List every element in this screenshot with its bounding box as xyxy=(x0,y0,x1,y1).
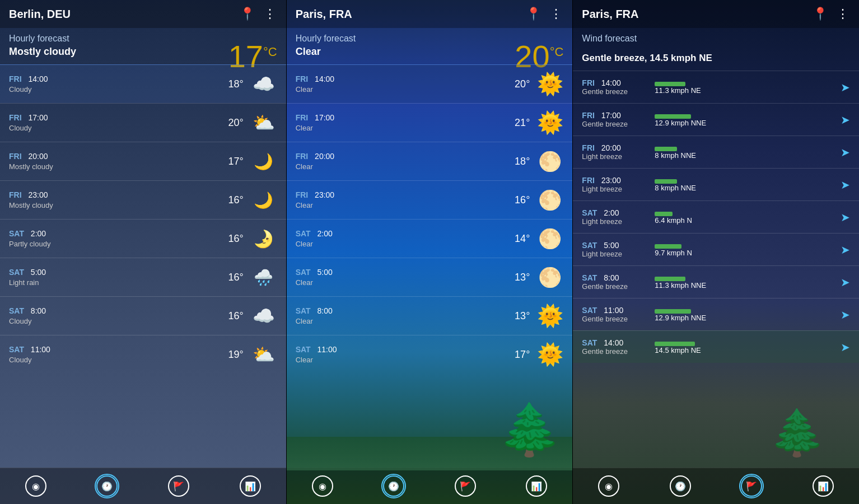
p3-nav-current[interactable]: ◉ xyxy=(596,474,621,498)
moon-icon-4: 🌕 xyxy=(536,225,563,252)
paris-bottom-nav: ◉ 🕐 🚩 📊 xyxy=(287,468,573,504)
cloud-icon-6: ☁️ xyxy=(250,302,277,329)
berlin-city: Berlin, DEU xyxy=(9,8,71,21)
wind-row-7: SAT 11:00 Gentle breeze 12.9 kmph NNE ➤ xyxy=(573,298,859,330)
p3-nav-wind[interactable]: 🚩 xyxy=(739,474,764,498)
paris-wind-forecast-type: Wind forecast xyxy=(582,34,850,44)
wind-row-6: SAT 8:00 Gentle breeze 11.3 kmph NNE ➤ xyxy=(573,265,859,298)
paris-hourly-panel: 🌲 Paris, FRA 📍 ⋮ Hourly forecast Clear 2… xyxy=(287,0,573,504)
moon-icon-3: 🌕 xyxy=(536,186,563,213)
sun-icon-7: 🌞 xyxy=(536,341,563,368)
paris-wind-condition: Gentle breeze, 14.5 kmph NE xyxy=(573,48,859,66)
bg-tree: 🌲 xyxy=(498,400,561,459)
paris-row-0: FRI 14:00 Clear 20° 🌞 xyxy=(287,64,573,103)
wind-arrow-0: ➤ xyxy=(841,81,850,94)
wind-bar-2 xyxy=(655,147,677,151)
wind-row-4: SAT 2:00 Light breeze 6.4 kmph N ➤ xyxy=(573,200,859,233)
berlin-row-7: SAT 11:00 Cloudy 19° ⛅ xyxy=(0,335,286,374)
moon-cloud-icon-2: 🌙 xyxy=(250,148,277,175)
nav-wind[interactable]: 🚩 xyxy=(166,474,191,498)
p2-nav-current[interactable]: ◉ xyxy=(310,474,335,498)
wind-row-3: FRI 23:00 Light breeze 8 kmph NNE ➤ xyxy=(573,168,859,200)
wind-bar-3 xyxy=(655,179,677,184)
location-icon[interactable]: 📍 xyxy=(240,7,255,21)
berlin-forecast-rows: FRI 14:00 Cloudy 18° ☁️ FRI 17:00 Cloudy… xyxy=(0,64,286,468)
berlin-header: Berlin, DEU 📍 ⋮ xyxy=(0,0,286,28)
paris-wind-panel: 🌲 Paris, FRA 📍 ⋮ Wind forecast Gentle br… xyxy=(573,0,859,504)
wind-row-0: FRI 14:00 Gentle breeze 11.3 kmph NE ➤ xyxy=(573,71,859,103)
wind-bar-5 xyxy=(655,244,681,249)
nav-stats[interactable]: 📊 xyxy=(238,474,263,498)
berlin-row-4: SAT 2:00 Partly cloudy 16° 🌛 xyxy=(0,219,286,258)
berlin-header-icons: 📍 ⋮ xyxy=(240,7,277,21)
moon-icon-2: 🌕 xyxy=(536,148,563,175)
wind-row-8: SAT 14:00 Gentle breeze 14.5 kmph NE ➤ xyxy=(573,330,859,363)
wind-row-2: FRI 20:00 Light breeze 8 kmph NNE ➤ xyxy=(573,136,859,168)
berlin-row-3: FRI 23:00 Mostly cloudy 16° 🌙 xyxy=(0,180,286,219)
menu-icon[interactable]: ⋮ xyxy=(264,7,277,21)
berlin-row-2: FRI 20:00 Mostly cloudy 17° 🌙 xyxy=(0,142,286,180)
paris-row-7: SAT 11:00 Clear 17° 🌞 xyxy=(287,335,573,374)
berlin-row-0: FRI 14:00 Cloudy 18° ☁️ xyxy=(0,64,286,103)
wind-bar-0 xyxy=(655,82,685,86)
sun-icon-6: 🌞 xyxy=(536,302,563,329)
wind-bar-6 xyxy=(655,277,685,281)
paris-wind-forecast-header: Wind forecast xyxy=(573,28,859,48)
paris-header-icons: 📍 ⋮ xyxy=(526,7,563,21)
wind-row-5: SAT 5:00 Light breeze 9.7 kmph N ➤ xyxy=(573,233,859,265)
p3-location-icon[interactable]: 📍 xyxy=(813,7,828,21)
wind-arrow-4: ➤ xyxy=(841,211,850,224)
p3-menu-icon[interactable]: ⋮ xyxy=(837,7,850,21)
paris-row-5: SAT 5:00 Clear 13° 🌕 xyxy=(287,258,573,296)
paris-wind-header-icons: 📍 ⋮ xyxy=(813,7,850,21)
berlin-row-1: FRI 17:00 Cloudy 20° ⛅ xyxy=(0,103,286,142)
wind-arrow-7: ➤ xyxy=(841,308,850,321)
p2-nav-stats[interactable]: 📊 xyxy=(524,474,549,498)
paris-city: Paris, FRA xyxy=(296,8,352,21)
berlin-bottom-nav: ◉ 🕐 🚩 📊 xyxy=(0,468,286,504)
nav-current[interactable]: ◉ xyxy=(24,474,48,498)
rain-icon-5: 🌧️ xyxy=(250,264,277,291)
berlin-panel: Berlin, DEU 📍 ⋮ Hourly forecast Mostly c… xyxy=(0,0,286,504)
paris-row-3: FRI 23:00 Clear 16° 🌕 xyxy=(287,180,573,219)
p3-nav-stats[interactable]: 📊 xyxy=(811,474,835,498)
wind-arrow-8: ➤ xyxy=(841,340,850,354)
wind-arrow-6: ➤ xyxy=(841,276,850,289)
paris-header: Paris, FRA 📍 ⋮ xyxy=(287,0,573,28)
berlin-row-5: SAT 5:00 Light rain 16° 🌧️ xyxy=(0,258,286,296)
paris-row-2: FRI 20:00 Clear 18° 🌕 xyxy=(287,142,573,180)
p3-nav-hourly[interactable]: 🕐 xyxy=(668,474,693,498)
paris-wind-bottom-nav: ◉ 🕐 🚩 📊 xyxy=(573,468,859,504)
paris-row-6: SAT 8:00 Clear 13° 🌞 xyxy=(287,296,573,335)
cloud-icon-1: ⛅ xyxy=(250,109,277,136)
wind-bar-8 xyxy=(655,342,695,346)
cloud-icon-7: ⛅ xyxy=(250,341,277,368)
paris-row-4: SAT 2:00 Clear 14° 🌕 xyxy=(287,219,573,258)
berlin-row-6: SAT 8:00 Cloudy 16° ☁️ xyxy=(0,296,286,335)
wind-arrow-1: ➤ xyxy=(841,113,850,127)
paris-wind-header: Paris, FRA 📍 ⋮ xyxy=(573,0,859,28)
wind-arrow-3: ➤ xyxy=(841,178,850,192)
wind-bar-7 xyxy=(655,309,691,314)
paris-menu-icon[interactable]: ⋮ xyxy=(550,7,563,21)
paris-location-icon[interactable]: 📍 xyxy=(526,7,541,21)
wind-bar-1 xyxy=(655,114,691,119)
p3-bg-tree: 🌲 xyxy=(769,407,825,459)
paris-row-1: FRI 17:00 Clear 21° 🌞 xyxy=(287,103,573,142)
nav-hourly[interactable]: 🕐 xyxy=(95,474,119,498)
moon-icon-5: 🌕 xyxy=(536,264,563,291)
paris-wind-city: Paris, FRA xyxy=(582,8,638,21)
moon-icon-4: 🌛 xyxy=(250,225,277,252)
wind-arrow-2: ➤ xyxy=(841,146,850,159)
p2-nav-wind[interactable]: 🚩 xyxy=(453,474,478,498)
sun-icon-0: 🌞 xyxy=(536,71,563,97)
wind-bar-4 xyxy=(655,212,673,216)
wind-arrow-5: ➤ xyxy=(841,243,850,256)
sun-icon-1: 🌞 xyxy=(536,109,563,136)
wind-row-1: FRI 17:00 Gentle breeze 12.9 kmph NNE ➤ xyxy=(573,103,859,136)
cloud-icon-0: ☁️ xyxy=(250,71,277,97)
p2-nav-hourly[interactable]: 🕐 xyxy=(381,474,406,498)
moon-cloud-icon-3: 🌙 xyxy=(250,186,277,213)
